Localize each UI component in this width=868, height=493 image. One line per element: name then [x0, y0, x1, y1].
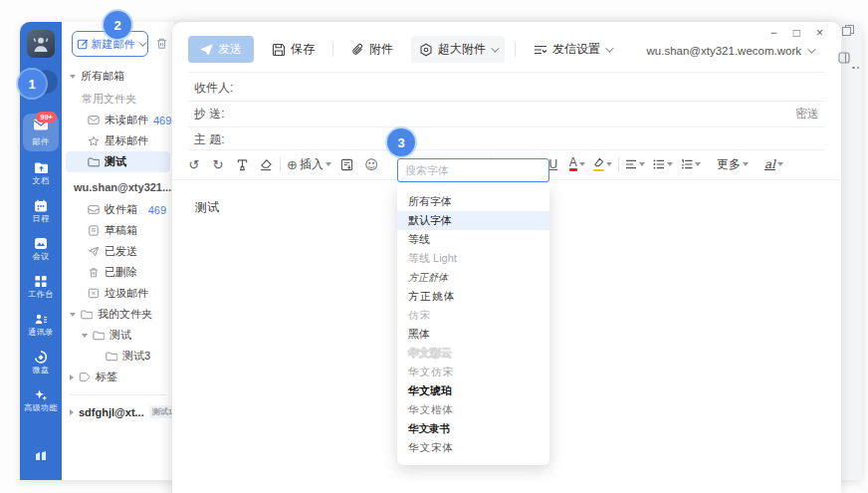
from-account: wu.shan@xty321.wecom.work [647, 45, 802, 57]
message-body[interactable]: 测试 [195, 199, 219, 216]
folder-drafts[interactable]: 草稿箱 [62, 220, 174, 241]
font-option-dengxian-light[interactable]: 等线 Light [397, 249, 549, 268]
folder-label: 所有邮箱 [81, 69, 124, 84]
sidebar-item-docs[interactable]: 文档 [23, 161, 59, 186]
folder-sent[interactable]: 已发送 [62, 241, 174, 262]
font-option-lishu[interactable]: 华文隶书 [397, 419, 549, 438]
redo-button[interactable]: ↻ [208, 153, 228, 175]
maximize-button[interactable]: □ [793, 26, 800, 40]
signature-icon: al [764, 157, 775, 171]
folder-test-selected[interactable]: 测试 [66, 151, 170, 172]
attachment-button[interactable]: 附件 [343, 36, 401, 63]
large-attachment-button[interactable]: 超大附件 [411, 36, 505, 63]
folder-inbox[interactable]: 收件箱 469 [62, 199, 174, 220]
highlight-button[interactable] [591, 153, 614, 175]
folder-my-test[interactable]: 测试 [62, 325, 174, 346]
folder-my-test3[interactable]: 测试3 [62, 346, 174, 367]
workbench-grid-icon [34, 275, 48, 288]
attachment-label: 附件 [369, 41, 393, 58]
font-option-fangsong[interactable]: 仿宋 [397, 306, 549, 325]
font-option-hwfangsong[interactable]: 华文仿宋 [397, 363, 549, 381]
sidebar-item-meeting[interactable]: 会议 [23, 237, 59, 262]
folder-deleted[interactable]: 已删除 [62, 262, 174, 283]
send-label: 发送 [218, 41, 242, 58]
sidebar-item-wedrive[interactable]: 微盘 [23, 351, 59, 375]
send-button[interactable]: 发送 [188, 36, 254, 63]
avatar[interactable] [27, 30, 55, 58]
folder-panel: 新建邮件 所有邮箱 常用文件夹 [62, 22, 174, 480]
trash-icon[interactable] [155, 36, 168, 54]
folder-label: 草稿箱 [105, 223, 137, 238]
save-label: 保存 [291, 41, 315, 58]
new-mail-label: 新建邮件 [92, 37, 135, 52]
to-field[interactable]: 收件人: [194, 75, 819, 101]
font-search-input[interactable] [397, 158, 549, 182]
section-label: 常用文件夹 [82, 92, 136, 107]
font-option-fzshuti[interactable]: 方正舒体 [397, 268, 549, 287]
numbered-list-button[interactable] [679, 153, 703, 175]
emoji-button[interactable]: ☺ [361, 153, 381, 175]
sparkle-icon [34, 388, 48, 401]
caret-down-icon [82, 334, 88, 338]
sidebar-item-contacts[interactable]: 通讯录 [23, 313, 59, 338]
undo-button[interactable]: ↺ [184, 153, 204, 175]
caret-down-icon [743, 162, 749, 166]
clear-format-button[interactable] [256, 153, 276, 175]
person-icon [32, 35, 50, 53]
account-header-2[interactable]: sdfghjl@xt... 测试111 [62, 401, 174, 422]
folder-unread[interactable]: 未读邮件 469 [62, 110, 174, 130]
font-option-all[interactable]: 所有字体 [397, 192, 549, 211]
bcc-toggle[interactable]: 密送 [795, 106, 819, 123]
font-option-heiti[interactable]: 黑体 [397, 325, 549, 344]
folder-my-folders[interactable]: 我的文件夹 [62, 304, 174, 325]
folder-junk[interactable]: 垃圾邮件 [62, 283, 174, 304]
stats-icon[interactable] [23, 448, 59, 461]
bullet-list-button[interactable] [651, 153, 675, 175]
signature-button[interactable]: al [762, 153, 785, 175]
font-color-button[interactable]: A [567, 153, 587, 175]
more-options-icon[interactable] [852, 55, 861, 73]
chevron-down-icon [605, 44, 613, 52]
sidebar-item-advanced[interactable]: 高级功能 [23, 388, 59, 413]
panel-toggle-icon[interactable] [838, 50, 850, 68]
save-button[interactable]: 保存 [264, 36, 323, 63]
font-option-hupo[interactable]: 华文琥珀 [397, 381, 549, 400]
folder-tags[interactable]: 标签 [62, 367, 174, 387]
divider [515, 42, 516, 57]
cc-field[interactable]: 抄 送: 密送 [194, 101, 819, 126]
sidebar-item-label: 高级功能 [23, 402, 59, 413]
font-option-kaiti[interactable]: 华文楷体 [397, 400, 549, 419]
folder-label: 测试 [105, 154, 126, 169]
tag-icon [79, 371, 91, 382]
font-dropdown: 所有字体 默认字体 等线 等线 Light 方正舒体 方正姚体 仿宋 黑体 华文… [397, 185, 549, 465]
compose-toolbar: 发送 保存 附件 超大附件 [188, 36, 619, 63]
divider [332, 42, 333, 57]
minimize-button[interactable]: − [770, 26, 777, 40]
folder-all-mailboxes[interactable]: 所有邮箱 [62, 66, 174, 87]
insert-button[interactable]: ⊕ 插入 [285, 153, 333, 175]
restore-window-icon[interactable] [842, 25, 854, 36]
from-account-selector[interactable]: wu.shan@xty321.wecom.work [647, 45, 814, 57]
draft-icon [88, 225, 100, 236]
template-button[interactable] [337, 153, 357, 175]
sidebar-item-mail[interactable]: 99+ 邮件 [23, 114, 59, 151]
sidebar-item-calendar[interactable]: 日程 [23, 199, 59, 224]
font-option-fzyaoti[interactable]: 方正姚体 [397, 287, 549, 306]
folder-icon [106, 351, 117, 362]
sidebar-item-workbench[interactable]: 工作台 [23, 275, 59, 300]
close-button[interactable]: × [816, 26, 823, 40]
folder-starred[interactable]: 星标邮件 [62, 130, 174, 151]
window-controls: − □ × [770, 26, 823, 40]
font-option-caiyun[interactable]: 华文彩云 [397, 344, 549, 363]
send-settings-button[interactable]: 发信设置 [526, 36, 619, 63]
font-option-dengxian[interactable]: 等线 [397, 230, 549, 249]
unread-mail-icon [88, 115, 100, 125]
format-painter-button[interactable] [232, 153, 252, 175]
more-button[interactable]: 更多 [715, 153, 751, 175]
compose-icon [77, 38, 89, 50]
font-option-songti[interactable]: 华文宋体 [397, 438, 549, 457]
align-button[interactable] [623, 153, 647, 175]
cc-label: 抄 送: [194, 106, 225, 123]
account-header-1[interactable]: wu.shan@xty321.... [62, 176, 174, 197]
font-option-default[interactable]: 默认字体 [397, 211, 549, 230]
